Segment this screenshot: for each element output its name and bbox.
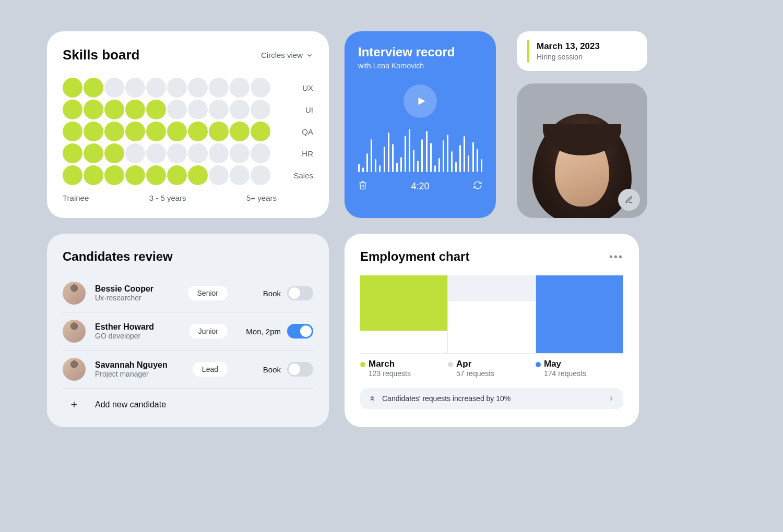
candidate-role: GO developer bbox=[95, 332, 180, 340]
month-name: May bbox=[544, 359, 623, 369]
waveform-bar bbox=[464, 136, 465, 172]
pencil-icon bbox=[625, 196, 633, 204]
level-pill[interactable]: Junior bbox=[189, 324, 228, 338]
skill-dot bbox=[104, 100, 124, 119]
candidate-name: Bessie Cooper bbox=[95, 284, 179, 294]
skill-dot bbox=[230, 100, 250, 119]
more-button[interactable]: ••• bbox=[609, 251, 623, 263]
employment-bar-col bbox=[360, 275, 447, 353]
view-select-label: Circles view bbox=[261, 51, 303, 59]
book-toggle[interactable] bbox=[287, 324, 313, 338]
candidates-review-card: Candidates review Bessie CooperUx-resear… bbox=[47, 234, 329, 427]
level-pill[interactable]: Lead bbox=[193, 362, 228, 377]
skill-dot bbox=[63, 143, 82, 163]
skill-dot bbox=[84, 100, 103, 119]
profile-photo-card bbox=[517, 83, 647, 218]
waveform-bar bbox=[426, 131, 428, 172]
employment-bar bbox=[360, 275, 447, 331]
repeat-button[interactable] bbox=[473, 180, 482, 192]
employment-month-meta: May174 requests bbox=[536, 359, 623, 378]
waveform-bar bbox=[366, 153, 368, 172]
skill-dot bbox=[209, 143, 229, 163]
date-subtitle: Hiring session bbox=[537, 53, 600, 61]
book-label: Mon, 2pm bbox=[246, 327, 281, 336]
candidate-role: Project manager bbox=[95, 370, 183, 378]
skill-dot bbox=[209, 165, 229, 185]
waveform[interactable] bbox=[358, 125, 482, 172]
skill-dot bbox=[63, 100, 82, 119]
play-icon bbox=[416, 95, 427, 107]
employment-banner[interactable]: Candidates' requests increased by 10% bbox=[360, 388, 623, 409]
refresh-icon bbox=[473, 180, 482, 190]
waveform-bar bbox=[405, 136, 406, 172]
waveform-bar bbox=[362, 167, 364, 172]
skill-label: UI bbox=[284, 105, 313, 114]
skill-dot bbox=[188, 165, 208, 185]
waveform-bar bbox=[358, 164, 360, 172]
skill-dot bbox=[188, 143, 208, 163]
month-requests: 174 requests bbox=[544, 369, 623, 378]
delete-button[interactable] bbox=[358, 180, 367, 192]
waveform-bar bbox=[384, 147, 385, 173]
skill-dot bbox=[188, 122, 208, 141]
level-pill[interactable]: Senior bbox=[188, 286, 228, 300]
skill-dot bbox=[146, 165, 166, 185]
waveform-bar bbox=[388, 132, 389, 173]
waveform-bar bbox=[413, 150, 414, 172]
date-chip[interactable]: March 13, 2023 Hiring session bbox=[517, 31, 647, 71]
candidate-avatar bbox=[63, 320, 86, 343]
skill-dot bbox=[104, 78, 124, 98]
skill-dot bbox=[84, 143, 103, 163]
waveform-bar bbox=[451, 151, 453, 173]
waveform-bar bbox=[455, 162, 457, 172]
add-candidate-button[interactable]: + Add new candidate bbox=[63, 388, 313, 412]
skill-dot bbox=[146, 100, 166, 119]
skill-dot bbox=[230, 165, 250, 185]
skill-dot bbox=[167, 122, 187, 141]
double-chevron-up-icon bbox=[369, 395, 376, 402]
candidate-row: Esther HowardGO developerJuniorMon, 2pm bbox=[63, 312, 313, 350]
candidate-row: Savannah NguyenProject managerLeadBook bbox=[63, 350, 313, 388]
employment-bar bbox=[536, 275, 623, 353]
employment-bar bbox=[448, 275, 535, 301]
waveform-bar bbox=[459, 145, 461, 172]
skill-dot bbox=[209, 122, 229, 141]
skill-dot bbox=[125, 78, 145, 98]
book-label: Book bbox=[263, 289, 281, 298]
skill-dot bbox=[146, 78, 166, 98]
waveform-bar bbox=[430, 143, 432, 172]
play-button[interactable] bbox=[404, 84, 437, 118]
interview-subtitle: with Lena Kornovich bbox=[358, 62, 482, 70]
book-toggle[interactable] bbox=[287, 362, 313, 377]
skill-dot bbox=[125, 165, 145, 185]
skill-row: Sales bbox=[63, 165, 313, 185]
svg-marker-0 bbox=[419, 98, 425, 105]
skill-dot bbox=[125, 143, 145, 163]
waveform-bar bbox=[392, 144, 394, 172]
skill-dot bbox=[230, 122, 250, 141]
book-toggle[interactable] bbox=[287, 286, 313, 300]
waveform-bar bbox=[421, 139, 423, 172]
skill-dot bbox=[251, 165, 270, 185]
skill-dot bbox=[146, 122, 166, 141]
candidate-avatar bbox=[63, 358, 86, 381]
candidates-review-title: Candidates review bbox=[63, 249, 313, 264]
waveform-bar bbox=[396, 163, 398, 172]
waveform-bar bbox=[447, 135, 448, 172]
employment-month-meta: March123 requests bbox=[360, 359, 448, 378]
interview-record-card: Interview record with Lena Kornovich 4:2… bbox=[345, 31, 496, 218]
book-label: Book bbox=[263, 365, 281, 374]
view-select[interactable]: Circles view bbox=[261, 51, 313, 59]
month-name: Apr bbox=[456, 359, 536, 369]
waveform-bar bbox=[438, 158, 440, 172]
skill-dot bbox=[167, 165, 187, 185]
edit-photo-button[interactable] bbox=[618, 189, 640, 211]
skill-row: QA bbox=[63, 122, 313, 141]
waveform-bar bbox=[379, 165, 381, 172]
skill-dot bbox=[188, 100, 208, 119]
employment-bar-col bbox=[536, 275, 623, 353]
candidate-role: Ux-researcher bbox=[95, 294, 179, 302]
skill-row: UX bbox=[63, 78, 313, 98]
waveform-bar bbox=[481, 159, 482, 172]
skill-dot bbox=[63, 78, 82, 98]
